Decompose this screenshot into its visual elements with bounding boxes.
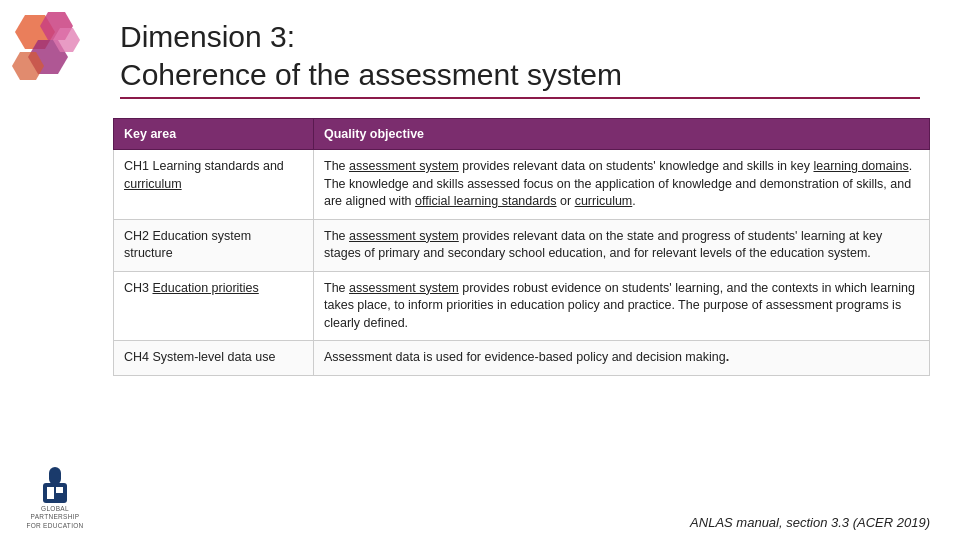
title-area: Dimension 3: Coherence of the assessment… — [120, 18, 920, 93]
footer-area: ANLAS manual, section 3.3 (ACER 2019) — [690, 515, 930, 530]
table-area: Key area Quality objective CH1 Learning … — [113, 118, 930, 480]
svg-rect-7 — [47, 487, 54, 499]
footer-citation: ANLAS manual, section 3.3 (ACER 2019) — [690, 515, 930, 530]
page-title: Dimension 3: Coherence of the assessment… — [120, 18, 920, 93]
gpe-logo-icon — [41, 467, 69, 503]
table-row: CH4 System-level data useAssessment data… — [114, 341, 930, 376]
content-table: Key area Quality objective CH1 Learning … — [113, 118, 930, 376]
cell-quality-objective: The assessment system provides robust ev… — [314, 271, 930, 341]
title-line1: Dimension 3: — [120, 20, 295, 53]
logo-area — [10, 10, 110, 110]
cell-key-area: CH4 System-level data use — [114, 341, 314, 376]
page: Dimension 3: Coherence of the assessment… — [0, 0, 960, 540]
svg-rect-8 — [56, 487, 63, 493]
title-divider — [120, 97, 920, 99]
bottom-logo: GLOBAL PARTNERSHIP for EDUCATION — [10, 467, 100, 530]
logo-icon — [10, 10, 100, 100]
svg-rect-5 — [49, 467, 61, 485]
table-row: CH2 Education system structureThe assess… — [114, 219, 930, 271]
title-line2: Coherence of the assessment system — [120, 58, 622, 91]
table-header-row: Key area Quality objective — [114, 119, 930, 150]
table-row: CH1 Learning standards and curriculumThe… — [114, 150, 930, 220]
cell-quality-objective: The assessment system provides relevant … — [314, 219, 930, 271]
svg-rect-6 — [43, 483, 67, 503]
cell-quality-objective: Assessment data is used for evidence-bas… — [314, 341, 930, 376]
cell-key-area: CH2 Education system structure — [114, 219, 314, 271]
table-row: CH3 Education prioritiesThe assessment s… — [114, 271, 930, 341]
cell-key-area: CH1 Learning standards and curriculum — [114, 150, 314, 220]
header-key-area: Key area — [114, 119, 314, 150]
cell-key-area: CH3 Education priorities — [114, 271, 314, 341]
header-quality-objective: Quality objective — [314, 119, 930, 150]
gpe-logo-text: GLOBAL PARTNERSHIP for EDUCATION — [10, 505, 100, 530]
cell-quality-objective: The assessment system provides relevant … — [314, 150, 930, 220]
